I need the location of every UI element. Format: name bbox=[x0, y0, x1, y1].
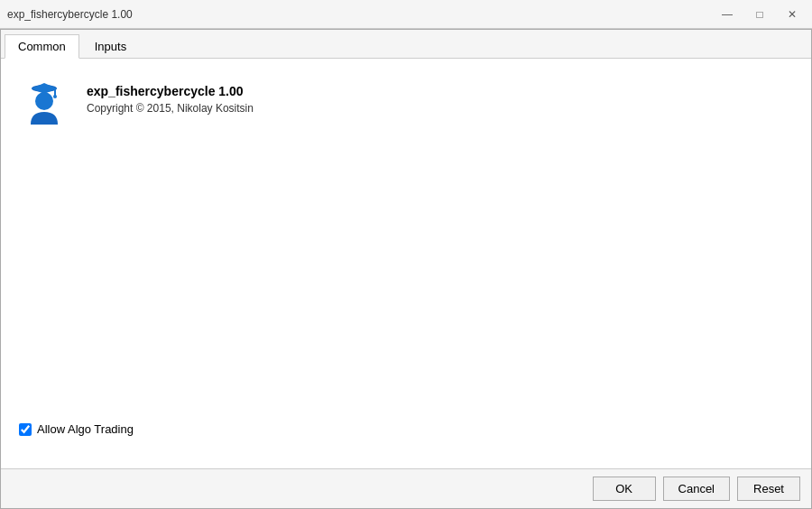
expert-icon bbox=[19, 77, 69, 126]
svg-rect-2 bbox=[54, 88, 56, 96]
content-spacer bbox=[19, 144, 793, 417]
window-controls: — □ ✕ bbox=[715, 5, 805, 23]
tab-common[interactable]: Common bbox=[5, 34, 79, 59]
tab-content-common: exp_fishercybercycle 1.00 Copyright © 20… bbox=[1, 59, 811, 468]
window-body: Common Inputs exp_fi bbox=[0, 29, 812, 509]
title-bar: exp_fishercybercycle 1.00 — □ ✕ bbox=[0, 0, 812, 29]
allow-algo-trading-checkbox[interactable] bbox=[19, 423, 32, 436]
expert-copyright: Copyright © 2015, Nikolay Kositsin bbox=[87, 102, 254, 115]
svg-point-4 bbox=[35, 92, 53, 110]
expert-name: exp_fishercybercycle 1.00 bbox=[87, 84, 254, 98]
window-title: exp_fishercybercycle 1.00 bbox=[7, 8, 133, 21]
expert-info: exp_fishercybercycle 1.00 Copyright © 20… bbox=[87, 77, 254, 115]
allow-algo-trading-label[interactable]: Allow Algo Trading bbox=[37, 422, 134, 436]
cancel-button[interactable]: Cancel bbox=[663, 477, 730, 501]
expert-avatar-svg bbox=[22, 79, 67, 125]
reset-button[interactable]: Reset bbox=[737, 477, 800, 501]
ok-button[interactable]: OK bbox=[593, 477, 656, 501]
tab-inputs[interactable]: Inputs bbox=[81, 34, 140, 59]
tab-bar: Common Inputs bbox=[1, 30, 811, 59]
svg-point-3 bbox=[53, 95, 57, 98]
algo-trading-row: Allow Algo Trading bbox=[19, 417, 793, 441]
close-button[interactable]: ✕ bbox=[780, 5, 805, 23]
maximize-button[interactable]: □ bbox=[747, 5, 772, 23]
minimize-button[interactable]: — bbox=[715, 5, 740, 23]
expert-header: exp_fishercybercycle 1.00 Copyright © 20… bbox=[19, 77, 793, 126]
bottom-bar: OK Cancel Reset bbox=[1, 468, 811, 508]
